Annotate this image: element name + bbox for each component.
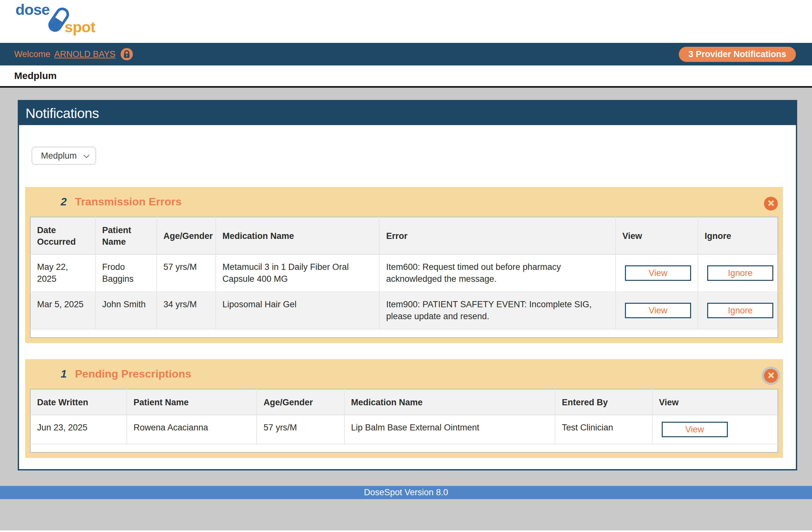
welcome-area: Welcome ARNOLD BAYS [14,48,133,60]
transmission-errors-title: 2 Transmission Errors [30,187,778,208]
cell-error: Item600: Request timed out before pharma… [379,254,615,292]
dosespot-logo: dose spot [15,0,112,42]
logo-text-spot: spot [64,18,95,36]
logo-text-dose: dose [15,1,50,18]
username-link[interactable]: ARNOLD BAYS [54,49,115,59]
main-navbar: Welcome ARNOLD BAYS 3 Provider Notificat… [0,43,812,65]
cell-entered-by: Test Clinician [555,415,652,444]
col-header-view: View [615,217,698,254]
panel-title: Notifications [26,105,99,121]
col-header-medication-name: Medication Name [344,389,555,415]
ignore-button[interactable]: Ignore [707,303,773,318]
col-header-medication-name: Medication Name [216,217,379,254]
pending-prescriptions-table: Date Written Patient Name Age/Gender Med… [30,389,778,453]
col-header-patient-name: Patient Name [96,217,157,254]
transmission-errors-table: Date Occurred Patient Name Age/Gender Me… [30,217,778,338]
cell-patient-name: Rowena Acacianna [127,415,257,444]
view-button[interactable]: View [625,303,691,318]
ignore-button[interactable]: Ignore [707,265,773,281]
cell-patient-name: Frodo Baggins [96,254,157,292]
table-header-row: Date Written Patient Name Age/Gender Med… [30,389,778,415]
col-header-age-gender: Age/Gender [257,389,344,415]
cell-medication-name: Liposomal Hair Gel [216,292,379,329]
col-header-age-gender: Age/Gender [157,217,216,254]
pending-prescriptions-title: 1 Pending Prescriptions [30,359,778,381]
transmission-errors-count: 2 [61,195,67,208]
cell-patient-name: John Smith [96,292,157,329]
cell-medication-name: Lip Balm Base External Ointment [344,415,555,444]
close-icon [767,199,775,208]
close-icon [767,371,775,381]
cell-date-occurred: Mar 5, 2025 [30,292,96,329]
cell-age-gender: 57 yrs/M [257,415,344,444]
transmission-errors-section: 2 Transmission Errors [25,187,783,343]
close-transmission-errors-button[interactable] [764,197,778,210]
col-header-error: Error [379,217,615,254]
clinic-select[interactable]: Medplum [32,147,96,165]
cell-date-written: Jun 23, 2025 [30,415,127,444]
pending-prescriptions-count: 1 [61,368,67,380]
welcome-label: Welcome [14,49,50,59]
col-header-patient-name: Patient Name [127,389,257,415]
panel-header: Notifications [19,101,796,125]
transmission-errors-label: Transmission Errors [75,195,182,208]
version-footer: DoseSpot Version 8.0 [0,486,812,499]
clinic-name-label: Medplum [14,70,57,81]
table-row: Mar 5, 2025 John Smith 34 yrs/M Liposoma… [30,292,778,329]
table-row: Jun 23, 2025 Rowena Acacianna 57 yrs/M L… [30,415,778,444]
panel-content: Medplum 2 Transmission Errors [19,125,796,458]
col-header-date-occurred: Date Occurred [30,217,96,254]
provider-notifications-button[interactable]: 3 Provider Notifications [679,47,796,62]
col-header-ignore: Ignore [698,217,778,254]
col-header-entered-by: Entered By [555,389,652,415]
table-row: May 22, 2025 Frodo Baggins 57 yrs/M Meta… [30,254,778,292]
chevron-down-icon [83,151,90,161]
notifications-panel: Notifications Medplum 2 Transmission Err… [18,100,797,470]
table-spacer-row [30,444,778,452]
cell-date-occurred: May 22, 2025 [30,254,96,292]
pending-prescriptions-label: Pending Prescriptions [75,368,191,380]
lock-icon [121,48,133,60]
version-label: DoseSpot Version 8.0 [364,488,448,498]
close-pending-prescriptions-button[interactable] [764,369,778,383]
view-button[interactable]: View [625,265,691,281]
top-header: dose spot [0,0,812,43]
view-button[interactable]: View [662,422,728,437]
cell-error: Item900: PATIENT SAFETY EVENT: Incomplet… [379,292,615,329]
col-header-view: View [652,389,778,415]
table-header-row: Date Occurred Patient Name Age/Gender Me… [30,217,778,254]
clinic-select-value: Medplum [41,151,77,161]
clinic-bar: Medplum [0,65,812,88]
col-header-date-written: Date Written [30,389,127,415]
pending-prescriptions-section: 1 Pending Prescriptions [25,359,783,458]
table-spacer-row [30,329,778,338]
page-body: Notifications Medplum 2 Transmission Err… [0,88,812,530]
cell-medication-name: Metamucil 3 in 1 Daily Fiber Oral Capsul… [216,254,379,292]
cell-age-gender: 34 yrs/M [157,292,216,329]
cell-age-gender: 57 yrs/M [157,254,216,292]
